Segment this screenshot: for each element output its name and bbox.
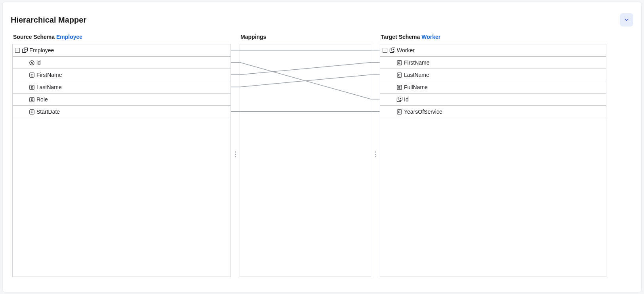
- mappings-panel: Mappings: [240, 31, 371, 277]
- collapse-toggle[interactable]: [383, 48, 387, 53]
- target-panel: Target Schema Worker Worker FirstNameLas…: [380, 31, 606, 277]
- element-type-icon: [29, 72, 35, 78]
- node-label: Employee: [29, 47, 54, 53]
- target-schema-link[interactable]: Worker: [421, 34, 440, 40]
- element-type-icon: [29, 84, 35, 90]
- node-label: FirstName: [36, 72, 62, 78]
- mappings-panel-title: Mappings: [240, 31, 371, 44]
- target-node-row[interactable]: FirstName: [380, 57, 606, 69]
- target-root-row[interactable]: Worker: [380, 44, 606, 57]
- source-schema-link[interactable]: Employee: [56, 34, 82, 40]
- node-label: FullName: [404, 84, 428, 90]
- source-node-row[interactable]: id: [13, 57, 231, 69]
- node-label: YearsOfService: [404, 109, 442, 115]
- element-type-icon: [396, 72, 402, 78]
- element-type-icon: [396, 109, 402, 115]
- page-title: Hierarchical Mapper: [11, 15, 86, 25]
- node-label: LastName: [404, 72, 429, 78]
- drag-handle-icon: [375, 151, 376, 157]
- collapse-button[interactable]: [620, 13, 633, 27]
- source-node-row[interactable]: FirstName: [13, 69, 231, 81]
- source-panel-title: Source Schema Employee: [12, 31, 231, 44]
- target-node-row[interactable]: YearsOfService: [380, 106, 606, 118]
- node-label: FirstName: [404, 59, 430, 66]
- element-type-icon: [396, 84, 402, 90]
- element-type-icon: [396, 59, 402, 66]
- mappings-box[interactable]: [240, 44, 371, 277]
- splitter-right[interactable]: [371, 31, 380, 277]
- node-label: Role: [36, 96, 48, 103]
- target-panel-title: Target Schema Worker: [380, 31, 606, 44]
- node-label: StartDate: [36, 109, 60, 115]
- chevron-down-icon: [623, 17, 630, 23]
- target-tree: Worker FirstNameLastNameFullNameIdYearsO…: [380, 44, 606, 277]
- node-label: Worker: [397, 47, 415, 53]
- source-node-row[interactable]: StartDate: [13, 106, 231, 118]
- drag-handle-icon: [235, 151, 236, 157]
- collapse-toggle[interactable]: [15, 48, 20, 53]
- element-type-icon: [29, 109, 35, 115]
- target-node-row[interactable]: FullName: [380, 81, 606, 94]
- target-label: Target Schema: [381, 34, 420, 40]
- target-node-row[interactable]: LastName: [380, 69, 606, 81]
- target-node-row[interactable]: Id: [380, 94, 606, 106]
- source-tree: Employee idFirstNameLastNameRoleStartDat…: [12, 44, 231, 277]
- node-label: Id: [404, 96, 409, 103]
- node-label: LastName: [36, 84, 62, 90]
- panels-row: Source Schema Employee Employee idFirstN…: [3, 31, 641, 288]
- mapper-card: Hierarchical Mapper Source Schema Employ…: [2, 2, 642, 292]
- source-node-row[interactable]: Role: [13, 94, 231, 106]
- complex-type-icon: [21, 47, 28, 53]
- element-type-icon: [29, 96, 35, 103]
- source-panel: Source Schema Employee Employee idFirstN…: [12, 31, 231, 277]
- attribute-type-icon: [29, 59, 35, 66]
- source-node-row[interactable]: LastName: [13, 81, 231, 94]
- complex-type-icon: [396, 96, 402, 103]
- source-label: Source Schema: [13, 34, 55, 40]
- node-label: id: [36, 59, 41, 66]
- source-root-row[interactable]: Employee: [13, 44, 231, 57]
- mappings-label: Mappings: [240, 34, 266, 40]
- splitter-left[interactable]: [231, 31, 240, 277]
- card-header: Hierarchical Mapper: [3, 2, 641, 31]
- complex-type-icon: [389, 47, 395, 53]
